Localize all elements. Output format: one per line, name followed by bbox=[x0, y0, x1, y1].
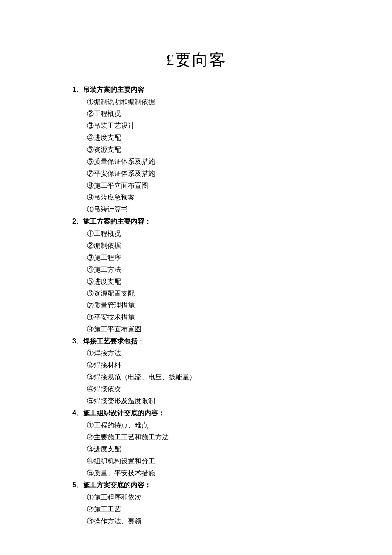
page-title: £要向客 bbox=[72, 49, 320, 71]
list-item: ②焊接材料 bbox=[72, 359, 320, 371]
list-item: ⑥资源配置支配 bbox=[72, 288, 320, 299]
list-item: ⑤进度支配 bbox=[72, 276, 320, 288]
list-item: ③吊装工艺设计 bbox=[72, 120, 320, 132]
list-item: ⑨吊装应急预案 bbox=[72, 192, 320, 203]
list-item: ⑧施工平立面布置图 bbox=[72, 180, 320, 192]
list-item: ⑤资源支配 bbox=[72, 144, 320, 156]
document-page: £要向客 1、吊装方案的主要内容①编制说明和编制依据②工程概况③吊装工艺设计④进… bbox=[0, 0, 392, 553]
list-item: ⑤焊接变形及温度限制 bbox=[72, 395, 320, 407]
list-item: ①施工程序和依次 bbox=[72, 491, 320, 503]
list-item: ②施工工艺 bbox=[72, 503, 320, 515]
list-item: ②编制依据 bbox=[72, 240, 320, 252]
section-heading: 4、施工组织设计交底的内容： bbox=[72, 407, 320, 419]
list-item: ④施工方法 bbox=[72, 264, 320, 276]
list-item: ②工程概况 bbox=[72, 108, 320, 120]
list-item: ①编制说明和编制依据 bbox=[72, 96, 320, 108]
list-item: ⑩吊装计算书 bbox=[72, 203, 320, 215]
list-item: ②主要施工工艺和施工方法 bbox=[72, 431, 320, 443]
content-body: 1、吊装方案的主要内容①编制说明和编制依据②工程概况③吊装工艺设计④进度支配⑤资… bbox=[72, 84, 320, 527]
list-item: ⑦质量管理措施 bbox=[72, 299, 320, 311]
list-item: ③焊接规范（电流、电压、线能量） bbox=[72, 371, 320, 383]
list-item: ①工程概况 bbox=[72, 228, 320, 240]
list-item: ③施工程序 bbox=[72, 252, 320, 264]
list-item: ⑤质量、平安技术措施 bbox=[72, 467, 320, 479]
list-item: ④进度支配 bbox=[72, 132, 320, 144]
list-item: ⑨施工平面布置图 bbox=[72, 323, 320, 335]
list-item: ④组织机构设置和分工 bbox=[72, 455, 320, 467]
list-item: ①焊接方法 bbox=[72, 347, 320, 359]
list-item: ⑧平安技术措施 bbox=[72, 311, 320, 323]
list-item: ⑦平安保证体系及措施 bbox=[72, 168, 320, 180]
section-heading: 1、吊装方案的主要内容 bbox=[72, 84, 320, 96]
section-heading: 2、施工方案的主要内容： bbox=[72, 215, 320, 228]
section-heading: 5、施工方案交底的内容： bbox=[72, 479, 320, 491]
list-item: ④焊接依次 bbox=[72, 383, 320, 395]
list-item: ⑥质量保证体系及措施 bbox=[72, 156, 320, 168]
list-item: ③进度支配 bbox=[72, 443, 320, 455]
list-item: ③操作方法、要领 bbox=[72, 515, 320, 527]
list-item: ①工程的特点、难点 bbox=[72, 419, 320, 431]
section-heading: 3、焊接工艺要求包括： bbox=[72, 335, 320, 348]
